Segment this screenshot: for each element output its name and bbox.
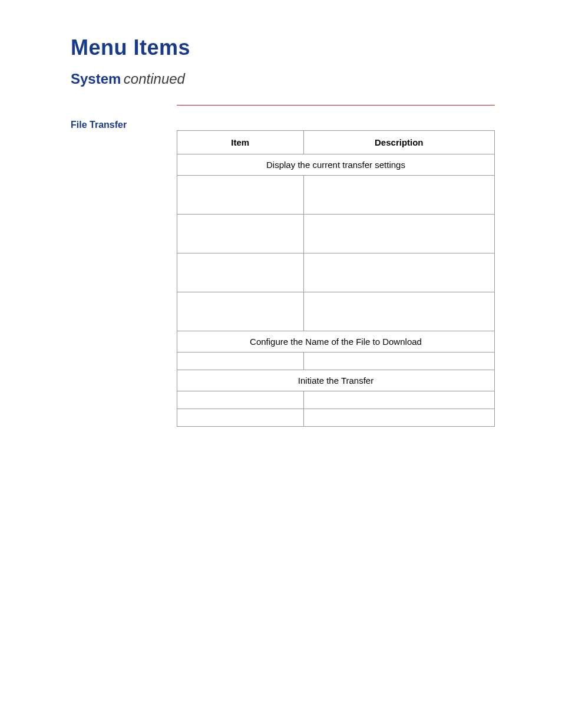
cell-item xyxy=(177,176,304,215)
table-row xyxy=(177,292,495,331)
cell-item xyxy=(177,391,304,409)
table-header-row: Item Description xyxy=(177,131,495,154)
cell-item xyxy=(177,215,304,253)
table-row xyxy=(177,409,495,427)
sidebar-label: File Transfer xyxy=(71,118,177,130)
table-row xyxy=(177,353,495,370)
content-row: File Transfer Item Description Display t… xyxy=(71,118,497,427)
cell-description xyxy=(303,176,494,215)
section-suffix: continued xyxy=(124,71,185,87)
header-description: Description xyxy=(303,131,494,154)
cell-item xyxy=(177,292,304,331)
cell-item xyxy=(177,253,304,292)
table-row xyxy=(177,215,495,253)
section-row-display-settings: Display the current transfer settings xyxy=(177,154,495,176)
table-row: Initiate the Transfer xyxy=(177,370,495,391)
table-container: Item Description Display the current tra… xyxy=(177,118,497,427)
file-transfer-table: Item Description Display the current tra… xyxy=(177,130,495,427)
section-row-configure-filename: Configure the Name of the File to Downlo… xyxy=(177,331,495,353)
table-row: Display the current transfer settings xyxy=(177,154,495,176)
document-page: Menu Items System continued File Transfe… xyxy=(0,0,562,728)
table-row: Configure the Name of the File to Downlo… xyxy=(177,331,495,353)
section-row-initiate-transfer: Initiate the Transfer xyxy=(177,370,495,391)
table-row xyxy=(177,253,495,292)
section-heading: System continued xyxy=(71,71,497,87)
page-title: Menu Items xyxy=(71,35,497,60)
cell-item xyxy=(177,409,304,427)
table-row xyxy=(177,176,495,215)
divider-rule xyxy=(177,105,495,106)
cell-item xyxy=(177,353,304,370)
table-row xyxy=(177,391,495,409)
cell-description xyxy=(303,253,494,292)
cell-description xyxy=(303,215,494,253)
section-name: System xyxy=(71,71,121,87)
header-item: Item xyxy=(177,131,304,154)
cell-description xyxy=(303,391,494,409)
cell-description xyxy=(303,292,494,331)
cell-description xyxy=(303,409,494,427)
cell-description xyxy=(303,353,494,370)
